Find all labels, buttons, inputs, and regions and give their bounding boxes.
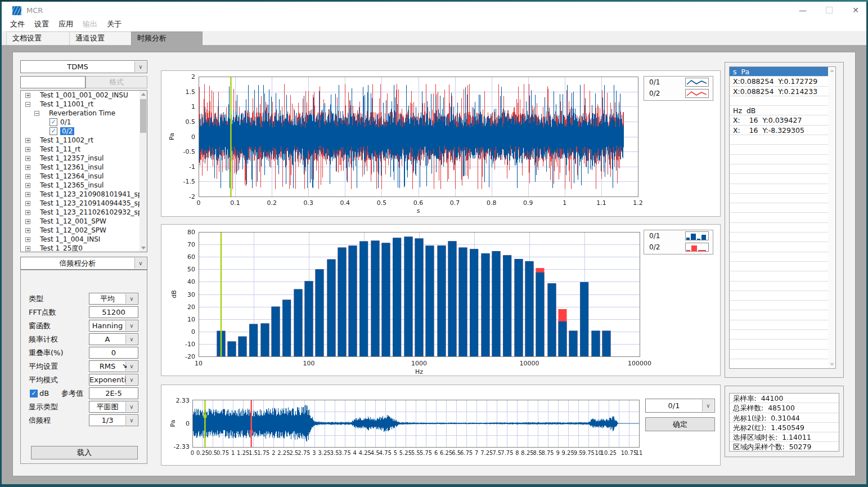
tab-时频分析[interactable]: 时频分析 [131, 32, 203, 46]
readout-row[interactable] [730, 301, 835, 310]
expand-plus-icon[interactable]: + [25, 192, 30, 197]
readout-row[interactable] [730, 135, 835, 145]
chevron-down-icon[interactable]: ∨ [125, 415, 137, 425]
expand-plus-icon[interactable]: + [25, 237, 30, 242]
readout-row[interactable] [730, 233, 835, 242]
scroll-down-icon[interactable] [828, 360, 835, 368]
field-input-FFT点数[interactable]: 51200 [89, 306, 138, 318]
readout-row[interactable] [730, 223, 835, 233]
format-button[interactable]: 格式 [86, 76, 147, 88]
chevron-down-icon[interactable]: ∨ [702, 400, 714, 412]
tree-item[interactable]: +Test 1_11002_rt [21, 136, 147, 145]
chevron-down-icon[interactable]: ∨ [125, 294, 137, 303]
tree-item[interactable]: −Reverberation Time [21, 109, 147, 118]
readout-row[interactable] [730, 271, 835, 281]
readout-row[interactable] [730, 339, 835, 349]
chevron-down-icon[interactable]: ∨ [125, 334, 137, 344]
readout-row[interactable] [730, 262, 835, 271]
readout-row[interactable] [730, 320, 835, 330]
scroll-down-icon[interactable] [140, 244, 147, 252]
db-checkbox[interactable]: ✓ [30, 390, 38, 397]
collapse-minus-icon[interactable]: − [34, 111, 39, 116]
checkbox-icon[interactable]: ✓ [50, 127, 57, 135]
readout-scrollbar[interactable] [828, 67, 835, 368]
tree-item[interactable]: +Test 1_12361_insul [21, 163, 147, 172]
tree-item[interactable]: +Test 1_12365_insul [21, 181, 147, 190]
tab-通道设置[interactable]: 通道设置 [69, 32, 137, 46]
tree-item[interactable]: +Test 1_123_210908101941_spw [21, 190, 147, 199]
analysis-type-combobox[interactable]: 倍频程分析 ∨ [20, 257, 147, 270]
full-record-canvas[interactable] [161, 385, 721, 466]
expand-plus-icon[interactable]: + [25, 93, 30, 98]
menu-item-应用[interactable]: 应用 [59, 17, 73, 30]
readout-row[interactable] [730, 155, 835, 164]
tree-item[interactable]: ✓0/1 [21, 118, 147, 127]
readout-row[interactable]: X: 16 Y:-8.329305 [730, 126, 835, 135]
tree-item[interactable]: +Test 1_001_001_002_INSU [21, 91, 147, 100]
minimize-button[interactable]: — [790, 2, 816, 19]
expand-plus-icon[interactable]: + [25, 138, 30, 143]
tree-scrollbar[interactable] [140, 91, 147, 252]
expand-plus-icon[interactable]: + [25, 246, 30, 251]
expand-plus-icon[interactable]: + [25, 210, 30, 215]
readout-row[interactable] [730, 252, 835, 262]
readout-row[interactable] [730, 242, 835, 252]
tree-item[interactable]: +Test 1_12_001_SPW [21, 217, 147, 226]
readout-row[interactable]: X:0.088254 Y:0.172729 [730, 77, 835, 86]
field-select-平均设置[interactable]: RMS∨ [89, 360, 138, 372]
readout-row[interactable] [730, 96, 835, 106]
chevron-down-icon[interactable]: ∨ [125, 321, 137, 330]
tree-scrollbar-thumb[interactable] [140, 99, 146, 133]
expand-plus-icon[interactable]: + [25, 201, 30, 206]
expand-plus-icon[interactable]: + [25, 183, 30, 188]
readout-row[interactable] [730, 330, 835, 339]
tree-item[interactable]: +Test 1_12_002_SPW [21, 226, 147, 235]
tree-item[interactable]: −Test 1_11001_rt [21, 100, 147, 109]
readout-row[interactable] [730, 174, 835, 184]
field-select-类型[interactable]: 平均∨ [89, 293, 138, 305]
readout-row[interactable] [730, 164, 835, 174]
field-select-平均模式[interactable]: Exponential∨ [89, 374, 138, 386]
reference-value-input[interactable]: 2E-5 [89, 387, 138, 399]
field-select-倍频程[interactable]: 1/3∨ [89, 414, 138, 426]
readout-row[interactable] [730, 310, 835, 320]
readout-row[interactable] [730, 291, 835, 301]
cursor-readout-list[interactable]: s PaX:0.088254 Y:0.172729X:0.088254 Y:0.… [729, 66, 836, 369]
readout-row[interactable]: X:0.088254 Y:0.214233 [730, 87, 835, 96]
confirm-button[interactable]: 确定 [645, 417, 715, 431]
tree-item[interactable]: +Test 1_1_004_INSI [21, 235, 147, 244]
load-button[interactable]: 载入 [31, 446, 138, 459]
tree-item[interactable]: +Test 1_11_rt [21, 145, 147, 154]
scroll-up-icon[interactable] [140, 91, 147, 99]
menu-item-输出[interactable]: 输出 [83, 17, 97, 30]
tree-item[interactable]: +Test 1_12357_insul [21, 154, 147, 163]
time-waveform-canvas[interactable] [161, 71, 721, 217]
field-input-重叠率(%)[interactable]: 0 [89, 347, 138, 359]
chevron-down-icon[interactable]: ∨ [134, 61, 146, 72]
readout-row[interactable] [730, 194, 835, 203]
menu-item-文件[interactable]: 文件 [10, 17, 25, 30]
expand-plus-icon[interactable]: + [25, 156, 30, 161]
readout-row[interactable]: s Pa [730, 67, 835, 77]
menu-item-设置[interactable]: 设置 [34, 17, 49, 30]
readout-row[interactable] [730, 350, 835, 359]
readout-row[interactable] [730, 184, 835, 194]
tree-item[interactable]: ✓0/2 [21, 127, 147, 136]
checkbox-icon[interactable]: ✓ [50, 118, 57, 126]
readout-row[interactable]: X: 16 Y:0.039427 [730, 115, 835, 125]
readout-row[interactable] [730, 213, 835, 222]
readout-row[interactable] [730, 203, 835, 213]
expand-plus-icon[interactable]: + [25, 219, 30, 224]
collapse-minus-icon[interactable]: − [25, 102, 30, 107]
channel-combobox[interactable]: 0/1 ∨ [645, 399, 715, 413]
expand-plus-icon[interactable]: + [25, 147, 30, 152]
readout-row[interactable]: Hz dB [730, 106, 835, 115]
tree-item[interactable]: +Test 1_25度0 [21, 244, 147, 252]
octave-spectrum-canvas[interactable] [161, 225, 721, 377]
expand-plus-icon[interactable]: + [25, 174, 30, 179]
menu-item-关于[interactable]: 关于 [107, 17, 122, 30]
field-select-窗函数[interactable]: Hanning∨ [89, 320, 138, 332]
chevron-down-icon[interactable]: ∨ [125, 402, 137, 412]
tree-item[interactable]: +Test 1_12364_insul [21, 172, 147, 181]
file-format-combobox[interactable]: TDMS ∨ [20, 60, 147, 73]
